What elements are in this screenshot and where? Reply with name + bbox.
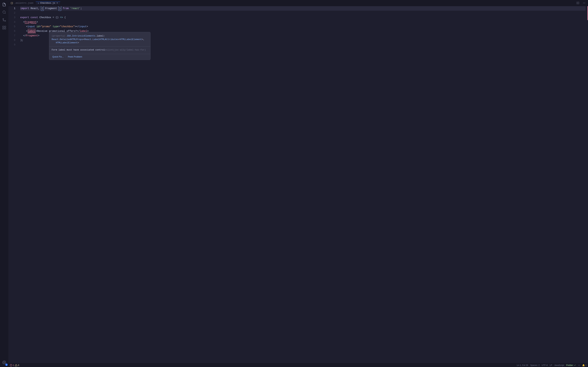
status-encoding[interactable]: UTF-8 — [542, 364, 548, 367]
tooltip-actions: Quick Fix... | Peek Problem — [49, 54, 150, 60]
svg-rect-7 — [5, 28, 6, 29]
activity-source-control-icon[interactable] — [1, 17, 7, 23]
line-num-1: 1 — [14, 6, 15, 11]
tooltip-prop-text2: HTMLLabelElement> — [52, 41, 148, 45]
curly-close-bracket: } — [59, 6, 61, 11]
tab-eslintrc-icon: {} — [10, 2, 13, 4]
line-num-8: 8 — [14, 38, 15, 42]
tab-checkbox-label: Checkbox.js — [40, 2, 55, 4]
editor-scrollbar[interactable] — [586, 6, 588, 363]
quick-fix-button[interactable]: Quick Fix... — [52, 55, 64, 58]
tab-eslintrc[interactable]: {} .eslintrc.json — [9, 2, 36, 4]
svg-point-13 — [585, 3, 585, 3]
status-line-ending[interactable]: LF — [550, 364, 552, 367]
code-line-3: export const Checkbox = () => ( — [20, 15, 586, 20]
warning-icon — [15, 364, 17, 367]
editor-area: 1 2 3 4 5 6 7 8 9 import React, { Fragme… — [9, 6, 588, 363]
tab-eslintrc-label: .eslintrc.json — [14, 2, 34, 4]
svg-rect-9 — [577, 2, 578, 4]
error-count: 1 — [13, 364, 14, 367]
status-spaces[interactable]: Spaces: 2 — [530, 364, 539, 367]
tab-checkbox-icon: ⚛ — [38, 2, 39, 5]
svg-point-12 — [584, 3, 584, 3]
code-line-1: import React, { Fragment } from 'react' … — [20, 6, 586, 11]
tooltip-popup: (property) JSX.IntrinsicElements.label: … — [49, 32, 150, 60]
svg-rect-6 — [3, 28, 4, 29]
code-line-4: <Fragment> — [20, 20, 586, 24]
peek-problem-button[interactable]: Peek Problem — [67, 55, 83, 58]
svg-point-11 — [583, 3, 583, 3]
svg-rect-4 — [3, 26, 4, 27]
tooltip-error-message: Form label must have associated controle… — [52, 48, 148, 52]
keyword-import: import — [20, 6, 29, 11]
tooltip-prop-text: (property) JSX.IntrinsicElements.label: … — [52, 34, 148, 41]
status-position[interactable]: Ln 1, Col 26 — [517, 364, 528, 367]
tooltip-property-section: (property) JSX.IntrinsicElements.label: … — [49, 32, 150, 47]
status-bar-right: Ln 1, Col 26 Spaces: 2 UTF-8 LF JavaScri… — [517, 364, 587, 367]
line-num-9: 9 — [14, 42, 15, 47]
status-errors[interactable]: 1 0 — [10, 364, 19, 367]
activity-bar: 1 — [0, 0, 9, 367]
status-smiley[interactable]: ☺ — [578, 364, 580, 367]
svg-point-3 — [3, 18, 4, 20]
svg-point-2 — [5, 20, 6, 22]
code-line-5: <input id="promo" type="checkbox"></inpu… — [20, 24, 586, 29]
activity-files-icon[interactable] — [1, 1, 7, 8]
line-num-4: 4 — [14, 20, 15, 24]
svg-point-0 — [3, 11, 5, 13]
activity-search-icon[interactable] — [1, 9, 7, 15]
line-num-6: 6 — [14, 29, 15, 33]
svg-point-8 — [4, 362, 5, 363]
line-num-7: 7 — [14, 33, 15, 38]
settings-badge: 1 — [5, 364, 8, 366]
main-area: {} .eslintrc.json ⚛ Checkbox.js ✕ — [9, 0, 588, 367]
tab-checkbox[interactable]: ⚛ Checkbox.js ✕ — [36, 1, 60, 5]
line-num-2: 2 — [14, 11, 15, 15]
tab-checkbox-close-icon[interactable]: ✕ — [56, 2, 58, 4]
more-actions-icon[interactable] — [582, 0, 587, 5]
svg-line-1 — [5, 13, 6, 14]
line-num-3: 3 — [14, 15, 15, 20]
activity-extensions-icon[interactable] — [1, 25, 7, 31]
svg-rect-5 — [5, 26, 6, 27]
code-line-2 — [20, 11, 586, 15]
status-language[interactable]: JavaScript — [554, 364, 564, 367]
svg-rect-10 — [578, 2, 579, 4]
activity-settings-icon[interactable]: 1 — [1, 359, 7, 366]
tabs-bar: {} .eslintrc.json ⚛ Checkbox.js ✕ — [9, 0, 588, 6]
warning-count: 0 — [18, 364, 19, 367]
error-icon — [10, 364, 12, 367]
status-bell[interactable]: 🔔 1 — [582, 364, 587, 367]
status-bar: 1 0 Ln 1, Col 26 Spaces: 2 UTF-8 LF Java… — [9, 363, 588, 367]
curly-open-bracket: { — [41, 6, 44, 11]
split-editor-icon[interactable] — [575, 0, 580, 5]
activity-bottom-icons: 1 — [1, 359, 7, 366]
code-editor[interactable]: import React, { Fragment } from 'react' … — [17, 6, 586, 363]
tooltip-error-section: Form label must have associated controle… — [49, 47, 150, 54]
line-num-5: 5 — [14, 24, 15, 29]
status-prettier[interactable]: Prettier: ✓ — [566, 364, 576, 367]
line-numbers-gutter: 1 2 3 4 5 6 7 8 9 — [9, 6, 17, 363]
status-bar-left: 1 0 — [10, 364, 19, 367]
